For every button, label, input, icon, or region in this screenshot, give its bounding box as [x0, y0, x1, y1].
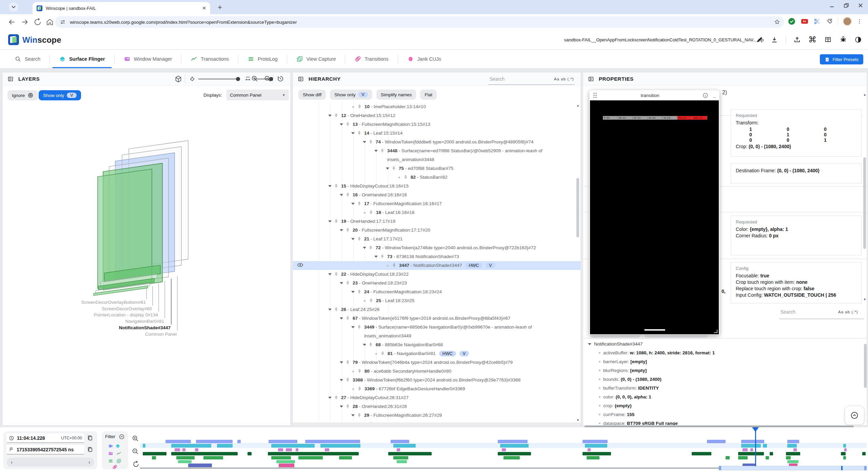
pin-icon[interactable] — [357, 290, 362, 295]
edit-pencil-icon[interactable] — [756, 36, 763, 43]
pin-icon[interactable] — [334, 307, 339, 312]
trace-segment-window-manager[interactable] — [844, 448, 847, 451]
drag-handle-icon[interactable] — [593, 92, 597, 98]
trace-segment-surface-flinger[interactable] — [217, 444, 233, 448]
hierarchy-scrollbar[interactable] — [576, 178, 579, 237]
pin-icon[interactable] — [368, 342, 373, 348]
minimize-overlay-icon[interactable]: _ — [713, 92, 716, 98]
pin-icon[interactable] — [345, 193, 350, 198]
visibility-eye-icon[interactable] — [297, 262, 303, 268]
hierarchy-node-24[interactable]: 24 - FullscreenMagnification:18:23#24 — [293, 288, 580, 296]
tab-transitions[interactable]: Transitions — [345, 50, 397, 68]
hierarchy-node-67[interactable]: 67 - WindowToken{e5176f9 type=2019 andro… — [293, 314, 580, 323]
trace-segment-surface-flinger[interactable] — [585, 444, 607, 448]
pin-icon[interactable] — [368, 245, 373, 251]
hierarchy-node-23[interactable]: 23 - OneHanded:18:23#23 — [293, 279, 580, 288]
trace-segment-window-manager[interactable] — [502, 448, 506, 451]
properties-search-input[interactable]: Search — [781, 309, 795, 315]
trace-segment-screen-recording[interactable] — [787, 440, 799, 443]
pin-icon[interactable] — [368, 140, 373, 145]
pin-icon[interactable] — [345, 378, 350, 383]
scroll-up-icon[interactable]: ▲ — [576, 104, 579, 107]
pin-icon[interactable] — [334, 219, 339, 224]
pin-icon[interactable] — [345, 316, 350, 321]
pin-icon[interactable] — [403, 175, 408, 180]
pin-icon[interactable] — [334, 395, 339, 400]
property-currFrame[interactable]: currFrame: 155 — [583, 410, 861, 419]
hierarchy-node-25[interactable]: 25 - Leaf:18:23#25 — [293, 296, 580, 305]
human-time-field[interactable]: 11:04:14.228 UTC+00:00 — [7, 433, 84, 443]
pin-icon[interactable] — [392, 263, 397, 268]
minimap-track[interactable] — [140, 468, 719, 469]
timeline-zoom-out-icon[interactable] — [132, 448, 139, 455]
hierarchy-node-14[interactable]: 14 - Leaf:15:15#14 — [293, 129, 580, 138]
hierarchy-button-show-only[interactable]: Show onlyV — [330, 90, 372, 100]
hierarchy-node-3368[interactable]: 3368 - WindowToken{f6b2f60 type=2024 and… — [293, 376, 580, 385]
hierarchy-node-82[interactable]: 82 - StatusBar#82 — [293, 173, 580, 182]
trace-segment-protolog[interactable] — [587, 456, 599, 459]
trace-segment-protolog[interactable] — [203, 456, 223, 459]
trace-segment-transactions[interactable] — [841, 452, 846, 455]
trace-segment-view-capture[interactable] — [276, 460, 295, 463]
pin-icon[interactable] — [345, 122, 350, 127]
extension-scissors-icon[interactable] — [813, 18, 821, 25]
trace-segment-window-manager[interactable] — [286, 448, 292, 451]
scroll-to-top-button[interactable] — [845, 406, 864, 425]
trace-segment-surface-flinger[interactable] — [763, 444, 767, 448]
hierarchy-node-20[interactable]: 20 - FullscreenMagnification:17:17#20 — [293, 226, 580, 235]
pin-icon[interactable] — [345, 360, 350, 365]
trace-segment-surface-flinger[interactable] — [271, 444, 315, 448]
download-icon[interactable] — [771, 36, 778, 43]
report-bug-icon[interactable] — [840, 36, 847, 43]
hierarchy-node-68[interactable]: 68 - 885b63e NavigationBar0#68 — [293, 340, 580, 349]
restore-icon[interactable] — [844, 3, 849, 8]
hierarchy-node-17[interactable]: 17 - FullscreenMagnification:16:16#17 — [293, 199, 580, 208]
filter-presets-button[interactable]: Filter Presets — [820, 54, 863, 64]
hierarchy-node-79[interactable]: 79 - WindowToken{7046b4a type=2024 andro… — [293, 358, 580, 367]
timeline-zoom-in-icon[interactable] — [132, 435, 139, 442]
trace-segment-transactions[interactable] — [738, 452, 764, 455]
trace-segment-window-manager[interactable] — [325, 448, 329, 451]
hierarchy-node-22[interactable]: 22 - HideDisplayCutout:18:23#22 — [293, 270, 580, 279]
tab-search[interactable]: Search — [5, 50, 50, 68]
hierarchy-node-10[interactable]: 10 - ImePlaceholder:13:14#10 — [293, 102, 580, 111]
hierarchy-node-75[interactable]: 75 - ed70f88 StatusBar#75 — [293, 164, 580, 173]
trace-segment-transactions[interactable] — [171, 452, 238, 455]
tab-search-button[interactable] — [9, 2, 18, 12]
trace-segment-protolog[interactable] — [176, 456, 195, 459]
trace-segment-protolog[interactable] — [298, 456, 323, 459]
hierarchy-hscrollbar[interactable] — [293, 422, 580, 425]
info-icon[interactable] — [703, 93, 708, 98]
hierarchy-node-28[interactable]: 28 - OneHanded:26:31#28 — [293, 402, 580, 411]
hierarchy-node-3448[interactable]: 3448 - Surface(name=ed70f88 StatusBar)/@… — [293, 146, 580, 164]
filter-lines-icon[interactable] — [108, 458, 113, 464]
video-drag-handle[interactable] — [644, 329, 665, 331]
trace-segment-protolog[interactable] — [843, 456, 846, 459]
tab-close-icon[interactable]: ✕ — [202, 5, 206, 11]
extension-check-icon[interactable] — [788, 17, 796, 25]
tab-transactions[interactable]: Transactions — [181, 50, 238, 68]
collapse-filter-icon[interactable] — [119, 434, 125, 440]
property-activeBuffer[interactable]: activeBuffer: w: 1080, h: 2400, stride: … — [583, 349, 861, 357]
frame-step-control[interactable]: ‹ › — [7, 458, 94, 467]
pin-icon[interactable] — [334, 184, 339, 189]
tab-jank-cujs[interactable]: Jank CUJs — [398, 50, 450, 68]
pin-icon[interactable] — [345, 228, 350, 233]
guide-book-icon[interactable] — [824, 36, 832, 43]
trace-segment-screen-recording[interactable] — [498, 440, 528, 443]
trace-segment-view-capture[interactable] — [787, 460, 798, 463]
pin-icon[interactable] — [357, 387, 362, 392]
trace-segment-window-manager[interactable] — [296, 448, 298, 451]
trace-segment-window-manager[interactable] — [588, 448, 591, 451]
pin-icon[interactable] — [334, 113, 339, 118]
next-frame-icon[interactable]: › — [88, 459, 90, 465]
property-bounds[interactable]: bounds: (0, 0) - (1080, 2400) — [583, 375, 861, 384]
hierarchy-node-18[interactable]: 18 - Leaf:16:16#18 — [293, 208, 580, 217]
trace-segment-protolog[interactable] — [339, 456, 352, 459]
upload-icon[interactable] — [793, 36, 801, 43]
menu-kebab-icon[interactable] — [856, 18, 863, 24]
minimap-handle-right[interactable] — [864, 466, 867, 470]
property-barrierLayer[interactable]: barrierLayer: [empty] — [583, 357, 861, 366]
trace-segment-transactions[interactable] — [583, 452, 611, 455]
trace-segment-transactions[interactable] — [770, 452, 773, 455]
